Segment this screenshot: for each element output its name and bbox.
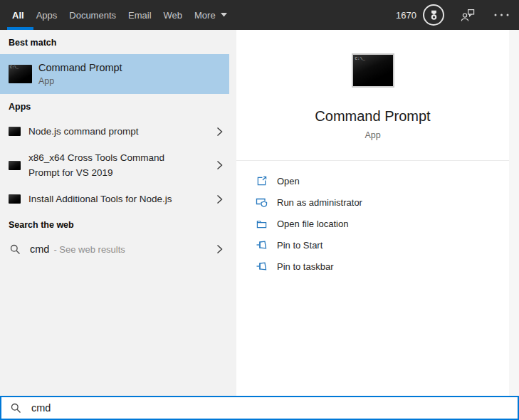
action-label: Pin to taskbar — [277, 261, 334, 272]
context-actions: Open Run as administrator — [236, 170, 509, 277]
search-bar — [0, 396, 519, 420]
more-options-icon[interactable] — [494, 14, 509, 16]
tab-web-label: Web — [164, 10, 183, 21]
results-list-panel: Best match C:\_ Command Prompt App Apps … — [0, 30, 236, 396]
search-icon — [10, 244, 21, 255]
action-open[interactable]: Open — [236, 170, 509, 191]
result-detail-panel: C:\_ Command Prompt App Open — [236, 30, 509, 396]
action-label: Open — [277, 176, 300, 187]
command-prompt-icon — [9, 194, 21, 204]
search-filter-bar: All Apps Documents Email Web More 1670 — [0, 0, 519, 30]
tab-documents[interactable]: Documents — [69, 0, 116, 30]
open-icon — [256, 176, 268, 187]
detail-subtitle: App — [236, 130, 509, 140]
action-label: Run as administrator — [277, 197, 362, 208]
tab-more[interactable]: More — [194, 0, 227, 30]
tab-email[interactable]: Email — [128, 0, 152, 30]
windows-search-flyout: All Apps Documents Email Web More 1670 — [0, 0, 519, 420]
action-label: Open file location — [277, 219, 348, 229]
tab-apps-label: Apps — [36, 10, 58, 21]
chevron-right-icon — [215, 244, 224, 254]
result-nodejs-command-prompt[interactable]: Node.js command prompt — [0, 118, 236, 145]
chevron-right-icon — [215, 127, 224, 137]
action-open-file-location[interactable]: Open file location — [236, 213, 509, 234]
chevron-right-icon — [215, 160, 224, 170]
chevron-down-icon — [221, 13, 227, 17]
chevron-right-icon — [215, 194, 224, 204]
tab-documents-label: Documents — [69, 10, 116, 21]
open-file-location-icon — [256, 219, 268, 229]
tab-email-label: Email — [128, 10, 152, 21]
command-prompt-icon — [9, 127, 21, 136]
right-gutter — [509, 30, 519, 396]
result-label: Install Additional Tools for Node.js — [28, 191, 172, 206]
web-search-result[interactable]: cmd - See web results — [0, 236, 236, 262]
rewards-medal-icon[interactable] — [423, 4, 444, 26]
pin-icon — [256, 261, 268, 271]
admin-shield-icon — [256, 196, 268, 208]
tab-web[interactable]: Web — [164, 0, 183, 30]
tab-all[interactable]: All — [12, 0, 24, 30]
web-query-text: cmd — [30, 243, 49, 255]
command-prompt-icon-large: C:\_ — [352, 53, 394, 88]
command-prompt-icon — [9, 161, 21, 170]
tab-more-label: More — [194, 10, 216, 21]
tab-apps[interactable]: Apps — [36, 0, 58, 30]
feedback-icon[interactable] — [461, 9, 475, 22]
detail-divider — [236, 160, 509, 161]
result-x86-x64-cross-tools[interactable]: x86_x64 Cross Tools Command Prompt for V… — [0, 145, 236, 186]
best-match-text: Command Prompt App — [38, 62, 122, 86]
search-results-area: Best match C:\_ Command Prompt App Apps … — [0, 30, 519, 396]
best-match-subtitle: App — [38, 76, 122, 86]
detail-title: Command Prompt — [236, 108, 509, 125]
search-icon — [11, 403, 21, 414]
detail-hero: C:\_ Command Prompt App — [236, 30, 509, 140]
best-match-result[interactable]: C:\_ Command Prompt App — [0, 54, 229, 94]
command-prompt-icon: C:\_ — [9, 65, 32, 83]
rewards-points: 1670 — [396, 10, 416, 21]
action-pin-to-start[interactable]: Pin to Start — [236, 234, 509, 256]
action-label: Pin to Start — [277, 240, 323, 251]
filter-tabs: All Apps Documents Email Web More — [12, 0, 227, 30]
search-the-web-header: Search the web — [0, 212, 236, 236]
web-suffix-text: - See web results — [53, 244, 125, 255]
result-install-additional-tools[interactable]: Install Additional Tools for Node.js — [0, 186, 236, 212]
best-match-title: Command Prompt — [38, 62, 122, 73]
result-label: Node.js command prompt — [28, 124, 139, 139]
tab-all-label: All — [12, 10, 24, 21]
action-pin-to-taskbar[interactable]: Pin to taskbar — [236, 256, 509, 277]
pin-icon — [256, 240, 268, 250]
apps-header: Apps — [0, 94, 236, 118]
action-run-as-administrator[interactable]: Run as administrator — [236, 191, 509, 213]
topbar-right-cluster: 1670 — [396, 4, 509, 26]
search-input[interactable] — [31, 397, 518, 419]
result-label: x86_x64 Cross Tools Command Prompt for V… — [28, 150, 194, 180]
best-match-header: Best match — [0, 30, 236, 54]
